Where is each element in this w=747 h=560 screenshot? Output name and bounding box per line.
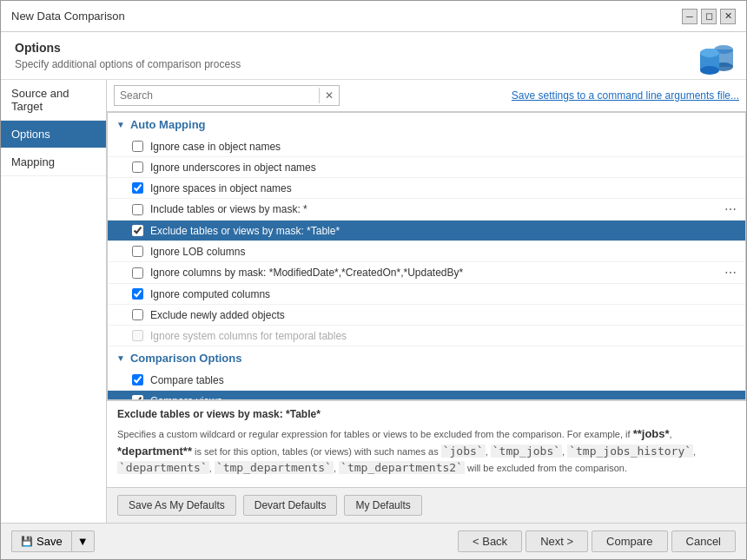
bottom-bar: 💾 Save ▼ < Back Next > Compare Cancel	[1, 523, 746, 559]
auto-mapping-label: Auto Mapping	[130, 118, 206, 131]
option-row-compare-tables: Compare tables	[108, 370, 745, 391]
comparison-options-label: Comparison Options	[130, 352, 242, 365]
option-label-ignore-system: Ignore system columns for temporal table…	[150, 330, 737, 342]
save-area: 💾 Save ▼	[11, 530, 95, 552]
option-row-ignore-lob: Ignore LOB columns	[108, 241, 745, 262]
checkbox-ignore-lob[interactable]	[132, 246, 143, 257]
save-settings-link[interactable]: Save settings to a command line argument…	[512, 89, 739, 102]
compare-button[interactable]: Compare	[592, 530, 667, 552]
checkbox-ignore-system[interactable]	[132, 330, 143, 341]
checkbox-ignore-case[interactable]	[132, 141, 143, 152]
auto-mapping-section-header[interactable]: ▼ Auto Mapping	[108, 113, 745, 136]
desc-code-jobs: `jobs`	[441, 445, 486, 458]
checkbox-ignore-columns[interactable]	[132, 267, 143, 279]
option-row-ignore-system: Ignore system columns for temporal table…	[108, 326, 745, 346]
checkbox-ignore-underscores[interactable]	[132, 161, 143, 173]
option-row-exclude-added: Exclude newly added objects	[108, 305, 745, 326]
devart-defaults-button[interactable]: Devart Defaults	[243, 495, 338, 516]
option-label-exclude-tables: Exclude tables or views by mask: *Table*	[150, 225, 737, 237]
close-button[interactable]: ✕	[720, 9, 736, 24]
description-text: Specifies a custom wildcard or regular e…	[117, 425, 736, 477]
option-label-exclude-added: Exclude newly added objects	[150, 309, 737, 321]
page-title: Options	[15, 41, 732, 55]
right-panel: ✕ Save settings to a command line argume…	[107, 80, 746, 523]
option-row-ignore-columns: Ignore columns by mask: *ModifiedDate*,*…	[108, 262, 745, 284]
sidebar-item-source-target[interactable]: Source and Target	[1, 80, 106, 121]
svg-point-6	[700, 49, 719, 57]
checkbox-ignore-computed[interactable]	[132, 288, 143, 300]
window-title: New Data Comparison	[11, 10, 125, 23]
option-label-ignore-columns: Ignore columns by mask: *ModifiedDate*,*…	[150, 267, 717, 279]
nav-buttons: < Back Next > Compare Cancel	[458, 530, 736, 552]
svg-point-5	[700, 66, 719, 75]
title-bar-buttons: ─ ◻ ✕	[682, 9, 736, 24]
option-row-include-tables: Include tables or views by mask: * ⋯	[108, 199, 745, 221]
desc-code-tmpdepts2: `tmp_departments2`	[339, 461, 465, 474]
checkbox-exclude-tables[interactable]	[132, 225, 143, 236]
option-label-ignore-lob: Ignore LOB columns	[150, 246, 737, 258]
include-tables-dots[interactable]: ⋯	[717, 202, 737, 216]
option-label-ignore-computed: Ignore computed columns	[150, 288, 737, 300]
minimize-button[interactable]: ─	[682, 9, 697, 24]
option-label-ignore-spaces: Ignore spaces in object names	[150, 182, 737, 194]
comparison-options-section-header[interactable]: ▼ Comparison Options	[108, 346, 745, 370]
options-area: ▼ Auto Mapping Ignore case in object nam…	[107, 112, 746, 523]
option-label-ignore-underscores: Ignore underscores in object names	[150, 161, 737, 174]
description-title: Exclude tables or views by mask: *Table*	[117, 408, 736, 420]
sidebar-item-mapping[interactable]: Mapping	[1, 148, 106, 176]
option-row-ignore-spaces: Ignore spaces in object names	[108, 178, 745, 199]
db-icon	[691, 39, 736, 83]
main-window: New Data Comparison ─ ◻ ✕ Options Specif…	[0, 0, 747, 560]
options-panel: ▼ Auto Mapping Ignore case in object nam…	[107, 112, 746, 400]
header-panel: Options Specify additional options of co…	[1, 32, 746, 80]
save-button[interactable]: 💾 Save	[11, 530, 71, 552]
save-icon: 💾	[21, 536, 33, 547]
auto-mapping-chevron: ▼	[116, 120, 125, 129]
title-bar: New Data Comparison ─ ◻ ✕	[1, 1, 746, 32]
checkbox-include-tables[interactable]	[132, 204, 143, 215]
options-toolbar: ✕ Save settings to a command line argume…	[107, 80, 746, 112]
option-row-ignore-computed: Ignore computed columns	[108, 284, 745, 305]
option-row-ignore-underscores: Ignore underscores in object names	[108, 157, 745, 178]
checkbox-ignore-spaces[interactable]	[132, 182, 143, 194]
checkbox-compare-tables[interactable]	[132, 374, 143, 385]
desc-bold-jobs: **jobs*	[633, 427, 670, 440]
option-row-exclude-tables[interactable]: Exclude tables or views by mask: *Table*	[108, 221, 745, 241]
my-defaults-button[interactable]: My Defaults	[344, 495, 421, 516]
option-label-compare-tables: Compare tables	[150, 374, 737, 386]
save-dropdown-button[interactable]: ▼	[71, 530, 95, 552]
main-content: Source and Target Options Mapping ✕ Save…	[1, 80, 746, 523]
search-clear-button[interactable]: ✕	[319, 88, 339, 103]
defaults-bar: Save As My Defaults Devart Defaults My D…	[107, 487, 746, 523]
description-panel: Exclude tables or views by mask: *Table*…	[107, 400, 746, 487]
cancel-button[interactable]: Cancel	[671, 530, 736, 552]
option-row-compare-views[interactable]: Compare views	[108, 391, 745, 400]
search-input[interactable]	[115, 88, 319, 103]
desc-bold-dept: *department**	[117, 445, 192, 458]
checkbox-exclude-added[interactable]	[132, 309, 143, 320]
next-button[interactable]: Next >	[526, 530, 588, 552]
ignore-columns-dots[interactable]: ⋯	[717, 266, 737, 280]
option-row-ignore-case: Ignore case in object names	[108, 136, 745, 157]
desc-code-tmpjobs: `tmp_jobs`	[491, 445, 562, 458]
desc-code-tmpjobshist: `tmp_jobs_history`	[567, 445, 693, 458]
desc-code-depts: `departments`	[117, 461, 209, 474]
comparison-options-chevron: ▼	[116, 353, 125, 363]
sidebar-item-options[interactable]: Options	[1, 121, 106, 148]
option-label-include-tables: Include tables or views by mask: *	[150, 203, 717, 215]
restore-button[interactable]: ◻	[701, 9, 717, 24]
sidebar: Source and Target Options Mapping	[1, 80, 107, 523]
option-label-ignore-case: Ignore case in object names	[150, 141, 737, 153]
desc-code-tmpdepts: `tmp_departments`	[215, 461, 334, 474]
back-button[interactable]: < Back	[458, 530, 522, 552]
search-box: ✕	[114, 85, 340, 106]
save-as-my-defaults-button[interactable]: Save As My Defaults	[117, 495, 236, 516]
page-subtitle: Specify additional options of comparison…	[15, 58, 732, 70]
